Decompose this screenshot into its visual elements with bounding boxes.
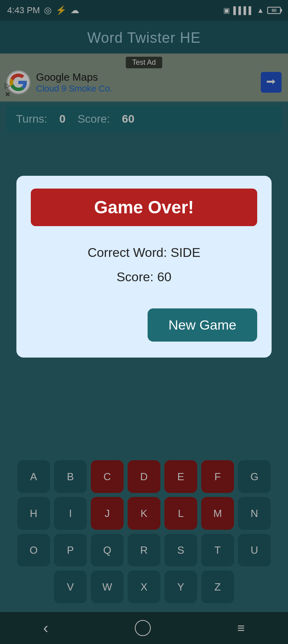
new-game-button[interactable]: New Game xyxy=(148,308,257,342)
game-over-banner: Game Over! xyxy=(31,189,257,226)
modal-score-text: Score: 60 xyxy=(117,270,172,284)
game-over-modal: Game Over! Correct Word: SIDE Score: 60 … xyxy=(16,176,272,358)
correct-word-text: Correct Word: SIDE xyxy=(88,245,200,260)
game-over-overlay: Game Over! Correct Word: SIDE Score: 60 … xyxy=(0,0,288,644)
game-over-text: Game Over! xyxy=(94,197,194,217)
